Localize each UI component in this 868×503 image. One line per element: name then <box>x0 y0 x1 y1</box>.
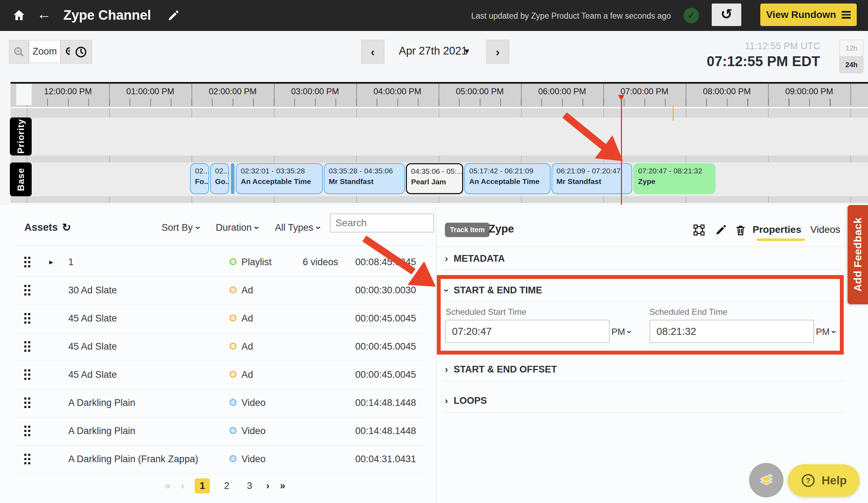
pagination-page-2[interactable]: 2 <box>220 479 233 493</box>
drag-handle-icon[interactable] <box>24 313 26 315</box>
timeline-item[interactable]: 06:21:09 - 07:20:47 Mr Standfast <box>552 163 632 194</box>
timeline-item[interactable]: 02:32:01 - 03:35:28 An Acceptable Time <box>236 163 323 194</box>
start-end-offset-label: START & END OFFSET <box>454 364 557 375</box>
timeline-item[interactable]: 04:35:06 - 05:... Pearl Jam <box>406 163 463 194</box>
section-start-end-offset[interactable]: › START & END OFFSET <box>445 364 557 375</box>
timeline-item-selected[interactable]: 07:20:47 - 08:21:32 Zype <box>633 163 716 194</box>
scheduled-start-input[interactable] <box>445 320 610 343</box>
section-divider <box>444 381 843 381</box>
base-track-tab[interactable]: Base <box>10 163 32 196</box>
transform-icon[interactable] <box>693 224 705 236</box>
tab-videos[interactable]: Videos <box>810 224 840 235</box>
jump-to-now-button[interactable] <box>70 40 92 64</box>
section-start-end-time[interactable]: › START & END TIME <box>445 285 542 296</box>
type-dot-video-icon <box>229 427 237 434</box>
timeline-item[interactable]: 02... Go... <box>210 163 229 194</box>
sort-by-dropdown[interactable]: Sort By › <box>162 222 200 233</box>
timeline-item[interactable]: 05:17:42 - 06:21:09 An Acceptable Time <box>464 163 551 194</box>
chevron-right-icon: › <box>445 253 448 264</box>
item-time: 06:21:09 - 07:20:47 <box>556 167 627 175</box>
time-format-toggle: 12h 24h <box>839 40 863 73</box>
asset-row[interactable]: A Darkling Plain Video 00:14:48.1448 <box>15 389 424 418</box>
format-12h-button[interactable]: 12h <box>840 40 863 56</box>
asset-duration: 00:08:45.0845 <box>355 257 416 268</box>
pagination-page-3[interactable]: 3 <box>244 479 256 493</box>
asset-row[interactable]: ▸ 1 Playlist 6 videos 00:08:45.0845 <box>15 248 424 277</box>
pagination-prev-button[interactable]: ‹ <box>181 480 184 491</box>
current-time-marker[interactable] <box>618 95 624 101</box>
timeline-item[interactable]: 02... Fo... <box>190 163 209 194</box>
type-dot-ad-icon <box>229 343 237 350</box>
asset-name: A Darkling Plain <box>68 426 136 437</box>
asset-row[interactable]: 45 Ad Slate Ad 00:00:45.0045 <box>15 361 424 389</box>
zoom-out-button[interactable] <box>9 40 29 64</box>
duration-label: Duration <box>216 222 252 233</box>
asset-row[interactable]: A Darkling Plain (Frank Zappa) Video 00:… <box>15 445 424 474</box>
drag-handle-icon[interactable] <box>24 426 26 428</box>
drag-handle-icon[interactable] <box>24 369 26 371</box>
app-root: ← Zype Channel Last updated by Zype Prod… <box>0 0 868 503</box>
timeline-ruler[interactable]: 12:00:00 PM 01:00:00 PM 02:00:00 PM 03:0… <box>11 82 868 107</box>
drag-handle-icon[interactable] <box>24 257 26 259</box>
pagination-last-button[interactable]: » <box>280 480 285 491</box>
asset-name: 45 Ad Slate <box>68 313 117 324</box>
help-button[interactable]: ? Help <box>788 464 860 497</box>
asset-name: 1 <box>68 257 74 268</box>
asset-duration: 00:14:48.1448 <box>355 426 416 437</box>
refresh-icon[interactable]: ↻ <box>62 221 71 234</box>
edit-title-pencil-icon[interactable] <box>167 10 179 22</box>
trash-icon[interactable] <box>734 224 747 236</box>
scheduled-end-input[interactable] <box>649 320 814 343</box>
section-loops[interactable]: › LOOPS <box>445 395 487 406</box>
item-time: 02... <box>215 167 224 175</box>
saved-check-icon: ✓ <box>684 8 699 23</box>
format-24h-button[interactable]: 24h <box>840 56 863 73</box>
help-label: Help <box>822 474 847 487</box>
asset-row[interactable]: A Darkling Plain Video 00:14:48.1448 <box>15 417 424 446</box>
marker-orange-line <box>673 105 674 121</box>
view-rundown-button[interactable]: View Rundown <box>760 4 857 26</box>
asset-row[interactable]: 45 Ad Slate Ad 00:00:45.0045 <box>15 333 424 361</box>
add-feedback-tab[interactable]: Add Feedback <box>848 205 868 304</box>
end-meridiem-select[interactable]: PM › <box>816 326 836 337</box>
drag-handle-icon[interactable] <box>24 341 26 343</box>
date-display[interactable]: Apr 27th 2021 <box>399 45 467 57</box>
drag-handle-icon[interactable] <box>24 285 26 287</box>
section-metadata[interactable]: › METADATA <box>445 253 505 264</box>
tab-properties[interactable]: Properties <box>753 224 801 235</box>
base-track-lane: 02... Fo... 02... Go... 02:32:01 - 03:35… <box>11 163 868 196</box>
expand-caret-icon[interactable]: ▸ <box>49 257 53 267</box>
asset-type: Ad <box>241 313 253 324</box>
pagination-first-button[interactable]: « <box>165 480 170 491</box>
timeline-item[interactable]: 03:35:28 - 04:35:06 Mr Standfast <box>324 163 405 194</box>
hour-label: 04:00:00 PM <box>356 87 439 96</box>
pagination-page-1[interactable]: 1 <box>195 478 210 494</box>
back-arrow-icon[interactable]: ← <box>37 8 51 20</box>
resources-button[interactable] <box>749 463 784 497</box>
hour-label: 06:00:00 PM <box>521 87 603 96</box>
edit-pencil-icon[interactable] <box>715 224 727 236</box>
timeline-item-sliver[interactable] <box>231 163 234 194</box>
asset-row[interactable]: 45 Ad Slate Ad 00:00:45.0045 <box>15 305 424 333</box>
search-input[interactable] <box>330 214 434 233</box>
next-day-button[interactable]: › <box>486 40 509 64</box>
hour-label: 12:00:00 PM <box>27 87 109 96</box>
end-meridiem-value: PM <box>816 326 830 337</box>
drag-handle-icon[interactable] <box>24 454 26 456</box>
date-caret-icon[interactable]: ▾ <box>465 46 469 57</box>
item-name: An Acceptable Time <box>241 177 318 186</box>
duration-dropdown[interactable]: Duration › <box>216 222 258 233</box>
pagination-next-button[interactable]: › <box>266 480 270 491</box>
drag-handle-icon[interactable] <box>24 397 26 400</box>
prev-day-button[interactable]: ‹ <box>361 40 384 64</box>
books-icon <box>756 470 776 490</box>
asset-duration: 00:00:45.0045 <box>355 369 416 380</box>
asset-row[interactable]: 30 Ad Slate Ad 00:00:30.0030 <box>15 276 424 305</box>
home-icon[interactable] <box>12 8 26 22</box>
ruler-notch <box>16 84 32 105</box>
priority-track-tab[interactable]: Priority <box>10 117 32 155</box>
scheduled-end-label: Scheduled End Time <box>649 307 727 317</box>
start-meridiem-select[interactable]: PM › <box>611 326 631 337</box>
history-button[interactable]: ↺ <box>712 4 741 26</box>
type-filter-dropdown[interactable]: All Types › <box>275 222 320 233</box>
